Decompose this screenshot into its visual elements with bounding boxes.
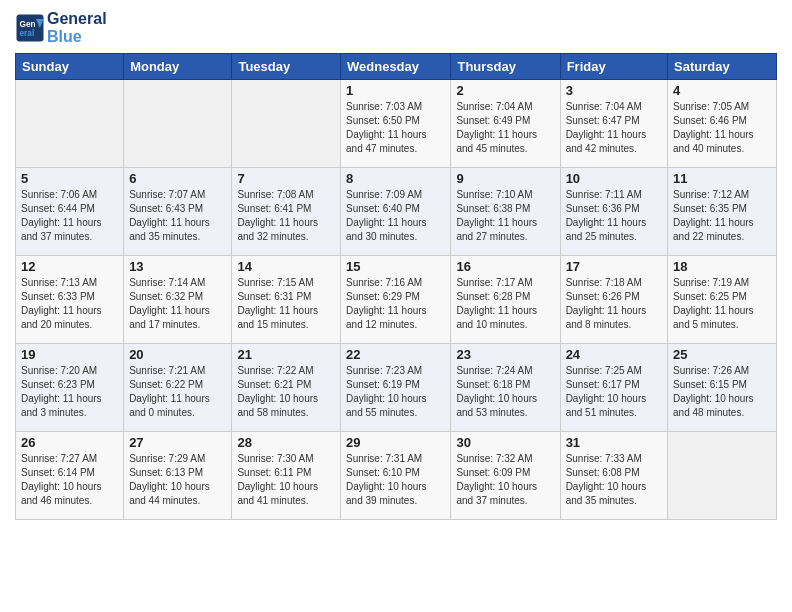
calendar-cell: 8Sunrise: 7:09 AM Sunset: 6:40 PM Daylig… <box>341 168 451 256</box>
calendar-cell: 25Sunrise: 7:26 AM Sunset: 6:15 PM Dayli… <box>668 344 777 432</box>
day-number: 23 <box>456 347 554 362</box>
day-number: 15 <box>346 259 445 274</box>
calendar-cell <box>668 432 777 520</box>
calendar-cell: 18Sunrise: 7:19 AM Sunset: 6:25 PM Dayli… <box>668 256 777 344</box>
calendar-cell <box>124 80 232 168</box>
day-info: Sunrise: 7:17 AM Sunset: 6:28 PM Dayligh… <box>456 276 554 332</box>
weekday-header-tuesday: Tuesday <box>232 54 341 80</box>
day-info: Sunrise: 7:33 AM Sunset: 6:08 PM Dayligh… <box>566 452 662 508</box>
day-info: Sunrise: 7:26 AM Sunset: 6:15 PM Dayligh… <box>673 364 771 420</box>
calendar-cell: 29Sunrise: 7:31 AM Sunset: 6:10 PM Dayli… <box>341 432 451 520</box>
calendar-cell: 21Sunrise: 7:22 AM Sunset: 6:21 PM Dayli… <box>232 344 341 432</box>
day-info: Sunrise: 7:21 AM Sunset: 6:22 PM Dayligh… <box>129 364 226 420</box>
calendar-cell: 2Sunrise: 7:04 AM Sunset: 6:49 PM Daylig… <box>451 80 560 168</box>
calendar-cell: 12Sunrise: 7:13 AM Sunset: 6:33 PM Dayli… <box>16 256 124 344</box>
day-number: 25 <box>673 347 771 362</box>
day-number: 31 <box>566 435 662 450</box>
weekday-header-row: SundayMondayTuesdayWednesdayThursdayFrid… <box>16 54 777 80</box>
calendar-cell: 9Sunrise: 7:10 AM Sunset: 6:38 PM Daylig… <box>451 168 560 256</box>
calendar-cell <box>16 80 124 168</box>
day-number: 9 <box>456 171 554 186</box>
day-number: 11 <box>673 171 771 186</box>
day-number: 20 <box>129 347 226 362</box>
week-row-4: 19Sunrise: 7:20 AM Sunset: 6:23 PM Dayli… <box>16 344 777 432</box>
day-number: 28 <box>237 435 335 450</box>
calendar-cell: 24Sunrise: 7:25 AM Sunset: 6:17 PM Dayli… <box>560 344 667 432</box>
calendar-cell: 4Sunrise: 7:05 AM Sunset: 6:46 PM Daylig… <box>668 80 777 168</box>
day-info: Sunrise: 7:22 AM Sunset: 6:21 PM Dayligh… <box>237 364 335 420</box>
calendar: SundayMondayTuesdayWednesdayThursdayFrid… <box>15 53 777 520</box>
day-info: Sunrise: 7:29 AM Sunset: 6:13 PM Dayligh… <box>129 452 226 508</box>
day-info: Sunrise: 7:03 AM Sunset: 6:50 PM Dayligh… <box>346 100 445 156</box>
calendar-cell: 15Sunrise: 7:16 AM Sunset: 6:29 PM Dayli… <box>341 256 451 344</box>
calendar-cell: 11Sunrise: 7:12 AM Sunset: 6:35 PM Dayli… <box>668 168 777 256</box>
svg-text:eral: eral <box>20 28 35 37</box>
day-number: 13 <box>129 259 226 274</box>
calendar-cell: 27Sunrise: 7:29 AM Sunset: 6:13 PM Dayli… <box>124 432 232 520</box>
logo: Gen eral General Blue <box>15 10 107 45</box>
day-info: Sunrise: 7:12 AM Sunset: 6:35 PM Dayligh… <box>673 188 771 244</box>
weekday-header-friday: Friday <box>560 54 667 80</box>
day-info: Sunrise: 7:20 AM Sunset: 6:23 PM Dayligh… <box>21 364 118 420</box>
day-number: 8 <box>346 171 445 186</box>
calendar-cell: 28Sunrise: 7:30 AM Sunset: 6:11 PM Dayli… <box>232 432 341 520</box>
calendar-cell: 14Sunrise: 7:15 AM Sunset: 6:31 PM Dayli… <box>232 256 341 344</box>
day-info: Sunrise: 7:07 AM Sunset: 6:43 PM Dayligh… <box>129 188 226 244</box>
calendar-cell: 30Sunrise: 7:32 AM Sunset: 6:09 PM Dayli… <box>451 432 560 520</box>
day-number: 12 <box>21 259 118 274</box>
day-info: Sunrise: 7:30 AM Sunset: 6:11 PM Dayligh… <box>237 452 335 508</box>
day-info: Sunrise: 7:04 AM Sunset: 6:47 PM Dayligh… <box>566 100 662 156</box>
day-info: Sunrise: 7:06 AM Sunset: 6:44 PM Dayligh… <box>21 188 118 244</box>
day-number: 18 <box>673 259 771 274</box>
day-number: 2 <box>456 83 554 98</box>
calendar-cell: 16Sunrise: 7:17 AM Sunset: 6:28 PM Dayli… <box>451 256 560 344</box>
week-row-5: 26Sunrise: 7:27 AM Sunset: 6:14 PM Dayli… <box>16 432 777 520</box>
day-info: Sunrise: 7:18 AM Sunset: 6:26 PM Dayligh… <box>566 276 662 332</box>
day-number: 3 <box>566 83 662 98</box>
calendar-cell: 20Sunrise: 7:21 AM Sunset: 6:22 PM Dayli… <box>124 344 232 432</box>
day-info: Sunrise: 7:04 AM Sunset: 6:49 PM Dayligh… <box>456 100 554 156</box>
day-info: Sunrise: 7:32 AM Sunset: 6:09 PM Dayligh… <box>456 452 554 508</box>
svg-text:Gen: Gen <box>20 19 36 28</box>
day-info: Sunrise: 7:15 AM Sunset: 6:31 PM Dayligh… <box>237 276 335 332</box>
day-info: Sunrise: 7:14 AM Sunset: 6:32 PM Dayligh… <box>129 276 226 332</box>
calendar-cell <box>232 80 341 168</box>
day-info: Sunrise: 7:16 AM Sunset: 6:29 PM Dayligh… <box>346 276 445 332</box>
day-info: Sunrise: 7:10 AM Sunset: 6:38 PM Dayligh… <box>456 188 554 244</box>
day-number: 26 <box>21 435 118 450</box>
calendar-cell: 3Sunrise: 7:04 AM Sunset: 6:47 PM Daylig… <box>560 80 667 168</box>
calendar-cell: 22Sunrise: 7:23 AM Sunset: 6:19 PM Dayli… <box>341 344 451 432</box>
day-info: Sunrise: 7:11 AM Sunset: 6:36 PM Dayligh… <box>566 188 662 244</box>
calendar-cell: 10Sunrise: 7:11 AM Sunset: 6:36 PM Dayli… <box>560 168 667 256</box>
day-number: 30 <box>456 435 554 450</box>
weekday-header-thursday: Thursday <box>451 54 560 80</box>
day-number: 10 <box>566 171 662 186</box>
day-info: Sunrise: 7:09 AM Sunset: 6:40 PM Dayligh… <box>346 188 445 244</box>
day-info: Sunrise: 7:25 AM Sunset: 6:17 PM Dayligh… <box>566 364 662 420</box>
day-number: 29 <box>346 435 445 450</box>
day-number: 7 <box>237 171 335 186</box>
calendar-cell: 6Sunrise: 7:07 AM Sunset: 6:43 PM Daylig… <box>124 168 232 256</box>
day-info: Sunrise: 7:31 AM Sunset: 6:10 PM Dayligh… <box>346 452 445 508</box>
day-info: Sunrise: 7:13 AM Sunset: 6:33 PM Dayligh… <box>21 276 118 332</box>
day-info: Sunrise: 7:27 AM Sunset: 6:14 PM Dayligh… <box>21 452 118 508</box>
page-container: Gen eral General Blue SundayMondayTuesda… <box>0 0 792 525</box>
calendar-cell: 23Sunrise: 7:24 AM Sunset: 6:18 PM Dayli… <box>451 344 560 432</box>
day-number: 5 <box>21 171 118 186</box>
calendar-cell: 26Sunrise: 7:27 AM Sunset: 6:14 PM Dayli… <box>16 432 124 520</box>
calendar-cell: 13Sunrise: 7:14 AM Sunset: 6:32 PM Dayli… <box>124 256 232 344</box>
day-number: 16 <box>456 259 554 274</box>
day-info: Sunrise: 7:19 AM Sunset: 6:25 PM Dayligh… <box>673 276 771 332</box>
day-number: 21 <box>237 347 335 362</box>
calendar-cell: 1Sunrise: 7:03 AM Sunset: 6:50 PM Daylig… <box>341 80 451 168</box>
day-info: Sunrise: 7:23 AM Sunset: 6:19 PM Dayligh… <box>346 364 445 420</box>
weekday-header-saturday: Saturday <box>668 54 777 80</box>
day-number: 24 <box>566 347 662 362</box>
weekday-header-sunday: Sunday <box>16 54 124 80</box>
calendar-cell: 7Sunrise: 7:08 AM Sunset: 6:41 PM Daylig… <box>232 168 341 256</box>
week-row-2: 5Sunrise: 7:06 AM Sunset: 6:44 PM Daylig… <box>16 168 777 256</box>
day-info: Sunrise: 7:24 AM Sunset: 6:18 PM Dayligh… <box>456 364 554 420</box>
logo-icon: Gen eral <box>15 13 45 43</box>
day-number: 6 <box>129 171 226 186</box>
logo-text: General Blue <box>47 10 107 45</box>
